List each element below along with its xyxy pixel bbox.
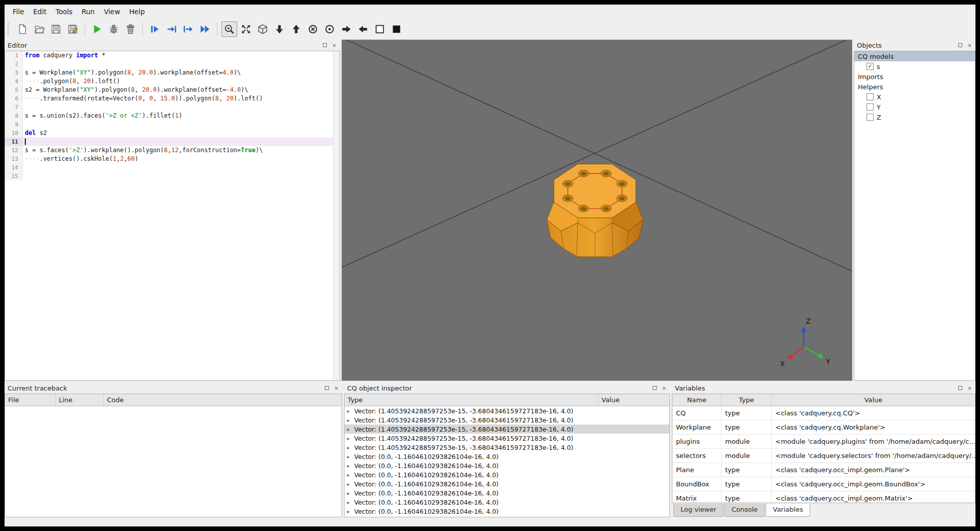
column-header-code[interactable]: Code [104, 394, 342, 406]
view-front-button[interactable] [305, 21, 321, 37]
expand-icon[interactable]: ▸ [347, 472, 352, 478]
inspector-row[interactable]: ▸Vector: (1.4053924288597253e-15, -3.680… [345, 443, 669, 452]
menu-edit[interactable]: Edit [29, 6, 51, 18]
tree-item-helpers[interactable]: Helpers [854, 82, 975, 92]
variable-row-workplane[interactable]: Workplanetype<class 'cadquery.cq.Workpla… [672, 420, 975, 435]
variables-close-button[interactable]: × [965, 384, 974, 392]
inspector-row[interactable]: ▸Vector: (1.4053924288597253e-15, -3.680… [345, 434, 669, 443]
checkbox[interactable] [866, 93, 874, 100]
tree-item-z[interactable]: Z [854, 112, 975, 122]
editor-float-button[interactable] [320, 41, 329, 49]
column-header-value[interactable]: Value [772, 394, 975, 406]
column-header-type[interactable]: Type [722, 394, 772, 406]
expand-icon[interactable]: ▸ [347, 481, 352, 487]
tree-item-imports[interactable]: Imports [854, 72, 975, 82]
editor-line[interactable]: 10del s2 [5, 129, 333, 137]
expand-icon[interactable]: ▸ [347, 509, 352, 514]
editor-line[interactable]: 9 [5, 120, 333, 129]
save-button[interactable] [48, 21, 64, 37]
view-back-button[interactable] [322, 21, 337, 37]
shaded-view-button[interactable] [372, 21, 388, 37]
column-header-name[interactable]: Name [672, 394, 722, 406]
expand-icon[interactable]: ▸ [347, 463, 352, 469]
column-header-line[interactable]: Line [56, 394, 104, 406]
inspector-row[interactable]: ▸Vector: (0.0, -1.1604610293826104e-16, … [345, 452, 669, 461]
column-header-value[interactable]: Value [598, 394, 669, 406]
inspector-row[interactable]: ▸Vector: (0.0, -1.1604610293826104e-16, … [345, 479, 669, 488]
tab-console[interactable]: Console [725, 504, 765, 517]
zoom-fit-button[interactable] [221, 21, 237, 37]
editor-line[interactable]: 13····.vertices().cskHole(1,2,60) [5, 155, 333, 163]
expand-icon[interactable]: ▸ [347, 417, 352, 423]
menu-tools[interactable]: Tools [51, 6, 77, 18]
editor-line[interactable]: 4····.polygon(8, 20).loft() [5, 77, 333, 86]
tree-item-cq-models[interactable]: CQ models [854, 51, 975, 61]
inspector-row[interactable]: ▸Vector: (0.0, -1.1604610293826104e-16, … [345, 498, 669, 507]
inspector-float-button[interactable] [650, 384, 659, 392]
expand-icon[interactable]: ▸ [347, 500, 352, 505]
editor-line[interactable]: 14 [5, 163, 333, 172]
editor-line[interactable]: 3s = Workplane("XY").polygon(8, 20.0).wo… [5, 68, 333, 77]
editor-line[interactable]: 8s = s.union(s2).faces('>Z or <Z').fille… [5, 112, 333, 120]
variables-float-button[interactable] [956, 384, 964, 392]
open-file-button[interactable] [31, 21, 47, 37]
view-up-button[interactable] [288, 21, 304, 37]
delete-button[interactable] [123, 21, 138, 37]
tab-log-viewer[interactable]: Log viewer [673, 504, 724, 517]
debug-button[interactable] [106, 21, 122, 37]
objects-float-button[interactable] [956, 41, 964, 49]
editor-line[interactable]: 15 [5, 172, 333, 181]
editor-close-button[interactable]: × [330, 41, 338, 49]
tree-item-y[interactable]: Y [854, 102, 975, 112]
toolbar-handle[interactable] [8, 23, 12, 35]
cad-model[interactable] [547, 164, 643, 257]
variable-row-plane[interactable]: Planetype<class 'cadquery.occ_impl.geom.… [672, 463, 975, 477]
editor-line[interactable]: 2 [5, 60, 333, 68]
expand-icon[interactable]: ▸ [347, 408, 352, 414]
fit-all-button[interactable] [238, 21, 254, 37]
variable-row-cq[interactable]: CQtype<class 'cadquery.cq.CQ'> [672, 406, 975, 420]
expand-icon[interactable]: ▸ [347, 445, 352, 450]
checkbox[interactable] [866, 114, 874, 121]
variable-row-plugins[interactable]: pluginsmodule<module 'cadquery.plugins' … [672, 435, 975, 449]
editor-line[interactable]: 6····.transformed(rotate=Vector(0, 0, 15… [5, 94, 333, 103]
menu-file[interactable]: File [8, 6, 29, 18]
inspector-row[interactable]: ▸Vector: (1.4053924288597253e-15, -3.680… [345, 406, 669, 415]
variable-row-matrix[interactable]: Matrixtype<class 'cadquery.occ_impl.geom… [672, 491, 975, 503]
editor-line[interactable]: 5s2 = Workplane("XY").polygon(8, 20.0).w… [5, 86, 333, 94]
view-left-button[interactable] [355, 21, 371, 37]
tree-item-x[interactable]: X [854, 92, 975, 102]
inspector-row[interactable]: ▸Vector: (0.0, -1.1604610293826104e-16, … [345, 507, 669, 516]
debug-step-button[interactable] [147, 21, 163, 37]
objects-close-button[interactable]: × [965, 41, 974, 49]
inspector-row[interactable]: ▸Vector: (0.0, -1.1604610293826104e-16, … [345, 488, 669, 498]
traceback-float-button[interactable] [322, 384, 331, 392]
editor-line[interactable]: 12s = s.faces('>Z').workplane().polygon(… [5, 146, 333, 155]
inspector-row[interactable]: ▸Vector: (1.4053924288597253e-15, -3.680… [345, 424, 669, 434]
editor-scrollbar[interactable] [333, 51, 340, 380]
inspector-row[interactable]: ▸Vector: (0.0, -1.1604610293826104e-16, … [345, 461, 669, 470]
expand-icon[interactable]: ▸ [347, 436, 352, 441]
column-header-file[interactable]: File [5, 394, 56, 406]
checkbox[interactable]: ✓ [866, 63, 874, 70]
editor-line[interactable]: 7 [5, 103, 333, 112]
expand-icon[interactable]: ▸ [347, 454, 352, 459]
inspector-row[interactable]: ▸Vector: (0.0, -1.1604610293826104e-16, … [345, 470, 669, 479]
save-as-button[interactable] [65, 21, 81, 37]
debug-step-into-button[interactable] [164, 21, 179, 37]
view-right-button[interactable] [338, 21, 354, 37]
debug-continue-button[interactable] [197, 21, 213, 37]
run-button[interactable] [89, 21, 105, 37]
editor-line[interactable]: 1from cadquery import * [5, 51, 333, 60]
code-editor[interactable]: 1from cadquery import *23s = Workplane("… [5, 51, 340, 381]
inspector-row[interactable]: ▸Vector: (1.4053924288597253e-15, -3.680… [345, 415, 669, 424]
menu-help[interactable]: Help [125, 6, 149, 18]
tab-variables[interactable]: Variables [766, 504, 810, 517]
view-down-button[interactable] [272, 21, 287, 37]
menu-view[interactable]: View [99, 6, 125, 18]
variable-row-boundbox[interactable]: BoundBoxtype<class 'cadquery.occ_impl.ge… [672, 477, 975, 491]
editor-line[interactable]: 11 [5, 137, 333, 146]
new-file-button[interactable] [15, 21, 30, 37]
checkbox[interactable] [866, 103, 874, 111]
iso-view-button[interactable] [255, 21, 271, 37]
